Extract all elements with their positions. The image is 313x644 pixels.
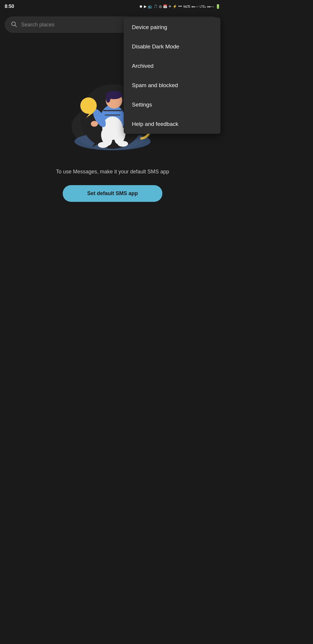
calendar-icon: 📅 (163, 4, 167, 9)
status-bar: 8:50 ⏺ ▶ 📺 🎵 ◎ 📅 ✈ ⚡ ••• VoLTE ●●○○ LTE₂… (0, 0, 225, 13)
svg-point-16 (98, 142, 108, 148)
media-icon: ▶ (144, 4, 147, 9)
dropdown-item-spam-and-blocked[interactable]: Spam and blocked (124, 76, 220, 95)
podcast-icon: ⏺ (139, 4, 143, 9)
svg-point-17 (118, 141, 128, 147)
search-placeholder: Search places (21, 22, 55, 28)
location-icon: ◎ (159, 4, 162, 9)
status-icons: ⏺ ▶ 📺 🎵 ◎ 📅 ✈ ⚡ ••• VoLTE ●●○○ LTE₂ ●●○○… (139, 4, 220, 9)
status-time: 8:50 (5, 4, 14, 9)
svg-line-1 (15, 25, 16, 27)
svg-point-18 (80, 97, 97, 114)
video-icon: 📺 (148, 4, 152, 9)
media2-icon: 🎵 (153, 4, 158, 9)
send-icon: ✈ (169, 4, 171, 9)
svg-point-12 (91, 121, 98, 127)
promo-text: To use Messages, make it your default SM… (56, 168, 169, 176)
dropdown-item-settings[interactable]: Settings (124, 95, 220, 114)
dropdown-item-help-and-feedback[interactable]: Help and feedback (124, 114, 220, 134)
lte2-icon: LTE₂ (200, 5, 206, 8)
set-default-sms-button[interactable]: Set default SMS app (63, 185, 162, 202)
search-icon (11, 21, 17, 29)
signal-dots-1: ●●○○ (191, 5, 198, 8)
flash-icon: ⚡ (173, 4, 177, 9)
svg-point-9 (106, 93, 110, 103)
dropdown-item-archived[interactable]: Archived (124, 56, 220, 76)
more-icon: ••• (178, 4, 182, 9)
signal-dots-2: ●●○○ (207, 5, 214, 8)
battery-icon: 🔋 (215, 4, 220, 9)
lte-icon: VoLTE (183, 5, 190, 8)
dropdown-item-device-pairing[interactable]: Device pairing (124, 18, 220, 37)
dropdown-item-disable-dark-mode[interactable]: Disable Dark Mode (124, 37, 220, 56)
dropdown-menu: Device pairing Disable Dark Mode Archive… (124, 18, 220, 134)
